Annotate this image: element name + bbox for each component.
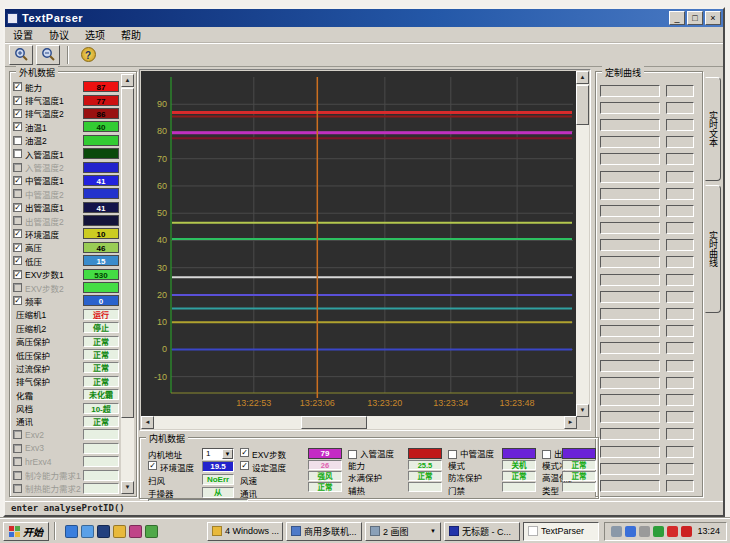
curve-name-field[interactable] xyxy=(600,205,660,217)
curve-value-field[interactable] xyxy=(666,222,694,234)
curve-name-field[interactable] xyxy=(600,222,660,234)
browser-icon[interactable] xyxy=(81,525,94,538)
row-checkbox[interactable]: ✓ xyxy=(13,109,22,118)
taskbar-window-button[interactable]: 2 画图▼ xyxy=(365,522,441,541)
curve-value-field[interactable] xyxy=(666,480,694,492)
curve-name-field[interactable] xyxy=(600,428,660,440)
curve-value-field[interactable] xyxy=(666,291,694,303)
menu-item[interactable]: 设置 xyxy=(5,26,41,43)
curve-value-field[interactable] xyxy=(666,153,694,165)
curve-name-field[interactable] xyxy=(600,188,660,200)
menu-item[interactable]: 选项 xyxy=(77,26,113,43)
scroll-thumb[interactable] xyxy=(576,85,589,125)
curve-value-field[interactable] xyxy=(666,85,694,97)
curve-value-field[interactable] xyxy=(666,377,694,389)
curve-name-field[interactable] xyxy=(600,480,660,492)
menu-item[interactable]: 协议 xyxy=(41,26,77,43)
indoor-row-checkbox[interactable]: ✓ xyxy=(240,448,249,457)
curve-value-field[interactable] xyxy=(666,411,694,423)
row-checkbox[interactable] xyxy=(13,444,22,453)
curve-name-field[interactable] xyxy=(600,171,660,183)
curve-name-field[interactable] xyxy=(600,153,660,165)
power-icon[interactable] xyxy=(681,526,692,537)
curve-value-field[interactable] xyxy=(666,360,694,372)
row-checkbox[interactable] xyxy=(13,430,22,439)
row-checkbox[interactable] xyxy=(13,471,22,480)
restore-button[interactable]: □ xyxy=(687,11,703,25)
row-checkbox[interactable] xyxy=(13,163,22,172)
chart-vertical-scrollbar[interactable]: ▲ ▼ xyxy=(576,71,589,417)
minimize-button[interactable]: _ xyxy=(669,11,685,25)
row-checkbox[interactable]: ✓ xyxy=(13,203,22,212)
curve-name-field[interactable] xyxy=(600,377,660,389)
media-player-icon[interactable] xyxy=(97,525,110,538)
curve-value-field[interactable] xyxy=(666,463,694,475)
folder-icon[interactable] xyxy=(113,525,126,538)
row-checkbox[interactable]: ✓ xyxy=(13,256,22,265)
scroll-left-icon[interactable]: ◄ xyxy=(141,416,154,429)
taskbar-window-button[interactable]: 4 Windows ...▼ xyxy=(207,522,283,541)
scroll-thumb[interactable] xyxy=(301,416,367,429)
chevron-down-icon[interactable]: ▼ xyxy=(222,449,233,459)
row-checkbox[interactable] xyxy=(13,136,22,145)
row-checkbox[interactable]: ✓ xyxy=(13,82,22,91)
curve-name-field[interactable] xyxy=(600,256,660,268)
row-checkbox[interactable]: ✓ xyxy=(13,229,22,238)
curve-name-field[interactable] xyxy=(600,274,660,286)
volume-icon[interactable] xyxy=(639,526,650,537)
curve-value-field[interactable] xyxy=(666,342,694,354)
curve-name-field[interactable] xyxy=(600,119,660,131)
scroll-thumb[interactable] xyxy=(121,88,134,418)
curve-name-field[interactable] xyxy=(600,411,660,423)
taskbar-window-button[interactable]: TextParser xyxy=(523,522,599,541)
curve-value-field[interactable] xyxy=(666,171,694,183)
scroll-up-icon[interactable]: ▲ xyxy=(121,74,134,87)
curve-value-field[interactable] xyxy=(666,325,694,337)
taskbar-window-button[interactable]: 商用多联机... xyxy=(286,522,362,541)
row-checkbox[interactable]: ✓ xyxy=(13,243,22,252)
curve-value-field[interactable] xyxy=(666,188,694,200)
curve-name-field[interactable] xyxy=(600,308,660,320)
menu-item[interactable]: 帮助 xyxy=(113,26,149,43)
curve-value-field[interactable] xyxy=(666,394,694,406)
close-button[interactable]: × xyxy=(705,11,721,25)
curve-name-field[interactable] xyxy=(600,291,660,303)
env-temp-checkbox[interactable]: ✓ xyxy=(148,461,157,470)
curve-name-field[interactable] xyxy=(600,446,660,458)
unit-address-select[interactable]: 1▼ xyxy=(202,448,234,460)
curve-value-field[interactable] xyxy=(666,102,694,114)
row-checkbox[interactable]: ✓ xyxy=(13,176,22,185)
row-checkbox[interactable] xyxy=(13,149,22,158)
block-checkbox[interactable] xyxy=(448,450,457,459)
curve-value-field[interactable] xyxy=(666,136,694,148)
curve-name-field[interactable] xyxy=(600,102,660,114)
curve-value-field[interactable] xyxy=(666,308,694,320)
curve-name-field[interactable] xyxy=(600,463,660,475)
row-checkbox[interactable]: ✓ xyxy=(13,296,22,305)
messenger-icon[interactable] xyxy=(625,526,636,537)
curve-value-field[interactable] xyxy=(666,274,694,286)
scroll-up-icon[interactable]: ▲ xyxy=(576,71,589,84)
start-button[interactable]: 开始 xyxy=(3,522,49,541)
row-checkbox[interactable] xyxy=(13,484,22,493)
title-bar[interactable]: TextParser _ □ × xyxy=(5,9,723,27)
curve-value-field[interactable] xyxy=(666,446,694,458)
curve-value-field[interactable] xyxy=(666,239,694,251)
row-checkbox[interactable] xyxy=(13,216,22,225)
chart-horizontal-scrollbar[interactable]: ◄ ► xyxy=(141,416,577,429)
curve-value-field[interactable] xyxy=(666,256,694,268)
curve-value-field[interactable] xyxy=(666,205,694,217)
update-icon[interactable] xyxy=(145,525,158,538)
antivirus-icon[interactable] xyxy=(653,526,664,537)
chart-svg[interactable]: 9080706050403020100-1013:22:5313:23:0613… xyxy=(141,71,577,417)
sidebar-scrollbar[interactable]: ▲ ▼ xyxy=(121,74,134,494)
mail-icon[interactable] xyxy=(129,525,142,538)
curve-name-field[interactable] xyxy=(600,85,660,97)
chevron-down-icon[interactable]: ▼ xyxy=(282,528,283,534)
ie-icon[interactable] xyxy=(65,525,78,538)
indoor-row-checkbox[interactable]: ✓ xyxy=(240,461,249,470)
curve-name-field[interactable] xyxy=(600,136,660,148)
zoom-out-button[interactable] xyxy=(36,45,60,65)
chevron-down-icon[interactable]: ▼ xyxy=(430,528,436,534)
curve-name-field[interactable] xyxy=(600,325,660,337)
